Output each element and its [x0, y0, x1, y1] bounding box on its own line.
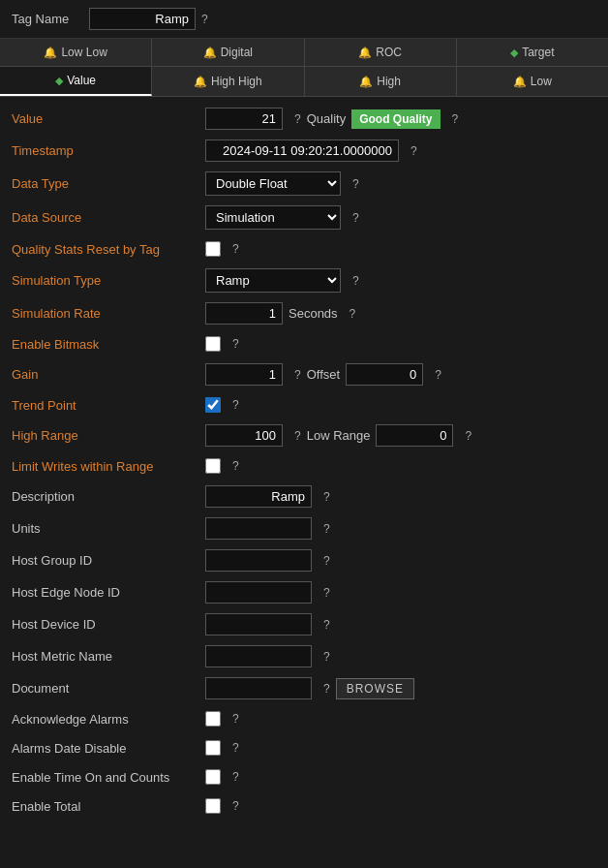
- simrate-help[interactable]: ?: [350, 307, 356, 321]
- hostgroupid-help[interactable]: ?: [323, 554, 330, 568]
- qualitystats-help[interactable]: ?: [232, 242, 239, 256]
- highrange-label: High Range: [12, 428, 205, 443]
- browse-button[interactable]: BROWSE: [336, 678, 414, 699]
- limitwrites-checkbox[interactable]: [205, 458, 221, 474]
- lowrange-label: Low Range: [307, 428, 371, 443]
- hostmetricname-controls: ?: [205, 645, 330, 667]
- ackalarms-help[interactable]: ?: [232, 712, 239, 726]
- bell-icon-high: 🔔: [359, 76, 373, 88]
- simtype-label: Simulation Type: [12, 273, 205, 288]
- enabletotal-help[interactable]: ?: [232, 799, 239, 813]
- hostedgenodeid-row: Host Edge Node ID ?: [12, 576, 596, 608]
- highrange-help[interactable]: ?: [294, 429, 301, 443]
- lowrange-input[interactable]: [376, 424, 453, 447]
- datasource-controls: Simulation Memory OPC ?: [205, 205, 359, 230]
- limitwrites-help[interactable]: ?: [232, 459, 239, 473]
- tab-lowlow[interactable]: 🔔 Low Low: [0, 39, 152, 66]
- ackalarms-checkbox[interactable]: [205, 711, 221, 727]
- value-help[interactable]: ?: [294, 112, 301, 126]
- highrange-row: High Range ? Low Range ?: [12, 419, 596, 451]
- tab-value[interactable]: ◆ Value: [0, 67, 152, 96]
- tab-high[interactable]: 🔔 High: [305, 67, 457, 96]
- datasource-help[interactable]: ?: [352, 211, 359, 225]
- units-input[interactable]: [205, 517, 312, 540]
- hostgroupid-controls: ?: [205, 549, 330, 572]
- ackalarms-controls: ?: [205, 711, 239, 727]
- description-help[interactable]: ?: [323, 490, 330, 504]
- hostmetricname-row: Host Metric Name ?: [12, 640, 596, 672]
- enabletimeon-checkbox[interactable]: [205, 769, 221, 785]
- value-input[interactable]: [205, 108, 283, 130]
- tag-name-help[interactable]: ?: [201, 13, 208, 26]
- alarmsdate-help[interactable]: ?: [232, 741, 239, 755]
- timestamp-help[interactable]: ?: [410, 144, 417, 158]
- description-controls: ?: [205, 485, 330, 508]
- datasource-row: Data Source Simulation Memory OPC ?: [12, 201, 596, 234]
- description-input[interactable]: [205, 485, 312, 508]
- simrate-unit: Seconds: [289, 306, 338, 321]
- highrange-input[interactable]: [205, 424, 283, 447]
- trendpoint-checkbox[interactable]: [205, 397, 221, 413]
- gain-input[interactable]: [205, 363, 283, 386]
- bitmask-controls: ?: [205, 336, 239, 352]
- datatype-help[interactable]: ?: [352, 177, 359, 191]
- document-input[interactable]: [205, 677, 312, 699]
- value-row: Value ? Quality Good Quality ?: [12, 103, 596, 135]
- enabletimeon-help[interactable]: ?: [232, 770, 239, 784]
- datasource-label: Data Source: [12, 210, 205, 225]
- hostedgenodeid-help[interactable]: ?: [323, 586, 330, 600]
- lowrange-help[interactable]: ?: [465, 429, 471, 443]
- document-controls: ? BROWSE: [205, 677, 414, 699]
- hostdeviceid-controls: ?: [205, 613, 330, 636]
- tabs-row-2: ◆ Value 🔔 High High 🔔 High 🔔 Low: [0, 67, 608, 97]
- quality-help[interactable]: ?: [452, 112, 459, 126]
- tab-digital[interactable]: 🔔 Digital: [152, 39, 304, 66]
- highrange-controls: ? Low Range ?: [205, 424, 471, 447]
- qualitystats-controls: ?: [205, 241, 239, 257]
- trendpoint-label: Trend Point: [12, 398, 205, 413]
- limitwrites-row: Limit Writes within Range ?: [12, 451, 596, 480]
- datatype-select[interactable]: Double Float Integer Boolean String: [205, 171, 341, 196]
- timestamp-input[interactable]: [205, 140, 399, 162]
- alarmsdate-row: Alarms Date Disable ?: [12, 733, 596, 762]
- trendpoint-help[interactable]: ?: [232, 398, 239, 412]
- enabletotal-checkbox[interactable]: [205, 798, 221, 814]
- alarmsdate-checkbox[interactable]: [205, 740, 221, 756]
- simtype-select[interactable]: Ramp Sine Random: [205, 268, 341, 293]
- enabletimeon-row: Enable Time On and Counts ?: [12, 762, 596, 791]
- datatype-row: Data Type Double Float Integer Boolean S…: [12, 167, 596, 201]
- hostdeviceid-row: Host Device ID ?: [12, 608, 596, 640]
- tab-target[interactable]: ◆ Target: [457, 39, 608, 66]
- value-label: Value: [12, 111, 205, 126]
- tab-low[interactable]: 🔔 Low: [457, 67, 608, 96]
- document-help[interactable]: ?: [323, 682, 330, 696]
- offset-help[interactable]: ?: [435, 368, 441, 382]
- document-label: Document: [12, 681, 205, 696]
- bitmask-checkbox[interactable]: [205, 336, 221, 352]
- tag-name-input[interactable]: [89, 8, 196, 30]
- qualitystats-label: Quality Stats Reset by Tag: [12, 242, 205, 257]
- qualitystats-checkbox[interactable]: [205, 241, 221, 257]
- hostmetricname-help[interactable]: ?: [323, 650, 330, 664]
- simtype-help[interactable]: ?: [352, 274, 359, 288]
- simtype-controls: Ramp Sine Random ?: [205, 268, 359, 293]
- hostgroupid-input[interactable]: [205, 549, 312, 572]
- hostedgenodeid-input[interactable]: [205, 581, 312, 604]
- hostmetricname-input[interactable]: [205, 645, 312, 667]
- bitmask-help[interactable]: ?: [232, 337, 239, 351]
- units-help[interactable]: ?: [323, 522, 330, 536]
- tab-roc[interactable]: 🔔 ROC: [305, 39, 457, 66]
- datasource-select[interactable]: Simulation Memory OPC: [205, 205, 341, 230]
- enabletimeon-label: Enable Time On and Counts: [12, 770, 205, 785]
- hostdeviceid-input[interactable]: [205, 613, 312, 636]
- tab-highhigh[interactable]: 🔔 High High: [152, 67, 304, 96]
- hostdeviceid-help[interactable]: ?: [323, 618, 330, 632]
- simtype-row: Simulation Type Ramp Sine Random ?: [12, 264, 596, 297]
- bitmask-row: Enable Bitmask ?: [12, 329, 596, 358]
- alarmsdate-label: Alarms Date Disable: [12, 741, 205, 756]
- offset-input[interactable]: [346, 363, 423, 386]
- simrate-input[interactable]: [205, 302, 283, 325]
- gain-help[interactable]: ?: [294, 368, 301, 382]
- hostmetricname-label: Host Metric Name: [12, 649, 205, 664]
- units-row: Units ?: [12, 512, 596, 544]
